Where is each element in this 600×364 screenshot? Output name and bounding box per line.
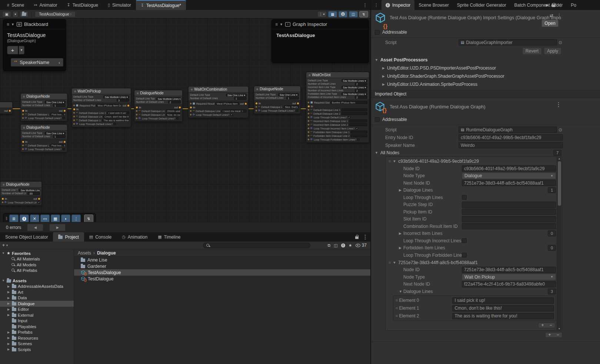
remove-element-button[interactable]: −	[549, 323, 552, 327]
create-asset-button[interactable]: +▼	[2, 243, 9, 248]
postprocessor-unityeditor-u2d-psd-psdimporterassetpostprocessor[interactable]: ▶UnityEditor.U2D.PSD.PSDImporterAssetPos…	[371, 64, 600, 72]
output-port[interactable]	[38, 198, 40, 200]
tree-favorites[interactable]: ▼★Favorites	[0, 250, 74, 256]
input-port[interactable]	[190, 107, 192, 108]
graph-node-waitonslot[interactable]: ≡WaitOnSlotDefault Line TypeSay Multiple…	[306, 72, 369, 143]
port-socket[interactable]	[308, 124, 309, 125]
caret-down-icon[interactable]: ▼	[1, 279, 5, 282]
file-row-gardener[interactable]: Gardener	[74, 263, 370, 269]
node-type-dropdown[interactable]: Wait On Pickup▼	[462, 274, 556, 280]
toggle-blackboard-button[interactable]: i	[339, 11, 347, 17]
minimap-button[interactable]: ▦	[51, 215, 60, 222]
tab-sprite-collider-generator[interactable]: Sprite Collider Generator	[453, 0, 510, 10]
port-socket[interactable]	[22, 148, 24, 150]
previous-error-button[interactable]: ◀	[27, 224, 43, 231]
node-title[interactable]: ≡DialogueNode	[0, 182, 41, 188]
doc-tab-testassdialogue[interactable]: ↧TestAssDialogue*	[136, 0, 186, 10]
prop-value[interactable]: 1	[53, 135, 66, 138]
caret-right-icon[interactable]: ▶	[7, 296, 10, 300]
element-1-field[interactable]: Cmon, don't be like this!	[452, 305, 554, 311]
blackboard-panel[interactable]: ≡ ▼ ▤ Blackboard TestAssDialogue (Dialog…	[3, 19, 66, 71]
node-title[interactable]: ≡WaitOnCombination	[189, 87, 248, 92]
script-field[interactable]: ▤RuntimeDialogueGraph	[459, 127, 557, 133]
tab-scene-browser[interactable]: Scene Browser	[414, 0, 453, 10]
tab-inspector[interactable]: iInspector	[381, 0, 414, 10]
port-socket[interactable]	[256, 110, 257, 111]
text-field[interactable]: I need my meat :)	[221, 109, 247, 112]
port-socket[interactable]	[136, 118, 137, 119]
add-variable-dropdown[interactable]: ▼	[19, 46, 24, 54]
text-field[interactable]	[341, 108, 367, 111]
caret-right-icon[interactable]: ▶	[7, 302, 10, 305]
tools-button[interactable]: ✕	[30, 215, 39, 222]
addressable-checkbox[interactable]	[375, 117, 380, 122]
prop-dropdown[interactable]: Say Multiple Lines ▾	[156, 97, 181, 100]
tree-item-scenes[interactable]: ▶Scenes	[0, 341, 74, 347]
tree-item-prefabs[interactable]: ▶Prefabs	[0, 330, 74, 336]
node-id-field[interactable]: 7251e73e-38d3-44ff-a8c5-bcf54088aaf1	[462, 267, 556, 273]
node-title[interactable]: ≡DialogueNode	[21, 94, 67, 100]
graph-node-dialoguenode[interactable]: ≡DialogueNodeDefault Line TypeSay One Li…	[20, 93, 67, 121]
pickup-item-id-field[interactable]	[462, 209, 556, 215]
tree-item-all-materials[interactable]: All Materials	[0, 256, 74, 262]
drag-handle-icon[interactable]: =	[396, 314, 397, 318]
prop-value[interactable]: 2	[355, 89, 367, 92]
text-field[interactable]: Psst boy... W	[50, 144, 66, 147]
tree-item-scripts[interactable]: ▶Scripts	[0, 347, 74, 353]
add-variable-button[interactable]: +	[7, 46, 18, 54]
entry-node-id-field[interactable]: c93b5606-401f-49a2-99b5-9ecbf1fa9c29	[459, 134, 563, 141]
prop-value[interactable]: 2	[355, 96, 367, 99]
caret-right-icon[interactable]: ▶	[7, 313, 10, 317]
caret-down-icon[interactable]: ▼	[393, 261, 396, 264]
script-object-field[interactable]: ▤ DialogueGraphImporter	[459, 39, 557, 46]
hidden-count[interactable]: 37	[356, 243, 367, 248]
toggle-graph-inspector-button[interactable]: i	[20, 215, 29, 222]
port-socket[interactable]	[190, 110, 191, 112]
port-socket[interactable]	[308, 113, 309, 114]
text-field[interactable]: Nice, that's it	[284, 105, 299, 108]
toggle-blackboard-button[interactable]: ≣	[9, 215, 19, 222]
port-socket[interactable]	[308, 131, 309, 133]
revert-button[interactable]: Revert	[522, 47, 542, 55]
prop-value[interactable]: 2	[355, 82, 367, 85]
slot-item-id-field[interactable]	[462, 216, 556, 222]
object-field[interactable]: Bonfire (Pickup Item	[331, 101, 367, 104]
scroll-up-icon[interactable]: ▲	[558, 157, 561, 160]
node-entry-c93b5606[interactable]: =▼c93b5606-401f-49a2-99b5-9ecbf1fa9c29	[386, 158, 556, 165]
toggle-minimap-button[interactable]: ▦	[328, 11, 337, 17]
checkbox[interactable]: ✓	[348, 116, 350, 118]
port-socket[interactable]	[22, 114, 24, 115]
save-button[interactable]: ▣	[2, 11, 11, 17]
graph-node-dialoguenode[interactable]: ≡DialogueNodeDefault Line TypeSay One Li…	[254, 86, 301, 114]
element-0-field[interactable]: I said pick it up!	[452, 297, 554, 304]
prop-dropdown[interactable]: Say Multiple Lines ▾	[103, 95, 129, 98]
drag-handle-icon[interactable]: ≡	[275, 22, 277, 27]
doc-tab-simulator[interactable]: ▯Simulator	[103, 0, 136, 10]
input-port[interactable]	[136, 107, 138, 108]
graph-node-waitoncombination[interactable]: ≡WaitOnCombinationDefault Line TypeSay O…	[188, 86, 249, 118]
graph-node-waitonpickup[interactable]: ≡WaitOnPickupDefault Line TypeSay Multip…	[71, 88, 131, 127]
open-button[interactable]: Open	[541, 20, 559, 27]
node-title[interactable]: ≡WaitOnSlot	[306, 72, 369, 78]
graph-node-dialoguenode[interactable]: ≡DialogueNodeDefault Line TypeSay Multip…	[0, 181, 42, 206]
tab-timeline[interactable]: ▦Timeline	[153, 232, 186, 242]
doc-tab-animator[interactable]: ↣Animator	[29, 0, 62, 10]
prop-dropdown[interactable]: Say One Line ▾	[45, 132, 66, 135]
checkbox[interactable]: ✓	[356, 127, 358, 129]
caret-right-icon[interactable]: ▶	[7, 342, 10, 346]
postprocessor-unityeditor-shadergraph-shadergraphassetpostprocessor[interactable]: ▶UnityEditor.ShaderGraph.ShaderGraphAsse…	[371, 72, 600, 80]
window-menu-icon[interactable]: ⋮	[371, 0, 381, 10]
checkbox[interactable]	[114, 123, 116, 125]
apply-button[interactable]: Apply	[544, 47, 561, 55]
dialogue-graph-canvas[interactable]: ≡ ▼ ▤ Blackboard TestAssDialogue (Dialog…	[0, 18, 370, 222]
port-socket[interactable]	[308, 117, 309, 118]
postprocessors-foldout[interactable]: ▼ Asset PostProcessors	[371, 56, 600, 64]
port-socket[interactable]	[190, 114, 191, 115]
add-element-button[interactable]: +	[548, 333, 551, 337]
checkbox[interactable]	[176, 117, 179, 119]
kebab-icon[interactable]: ⋮	[556, 101, 561, 108]
graph-node-dialoguenode[interactable]: ≡DialogueNodeDefault Line TypeSay One Li…	[20, 124, 67, 152]
tree-item-playables[interactable]: Playables	[0, 324, 74, 330]
port-socket[interactable]	[73, 123, 75, 125]
port-socket[interactable]	[308, 102, 309, 103]
